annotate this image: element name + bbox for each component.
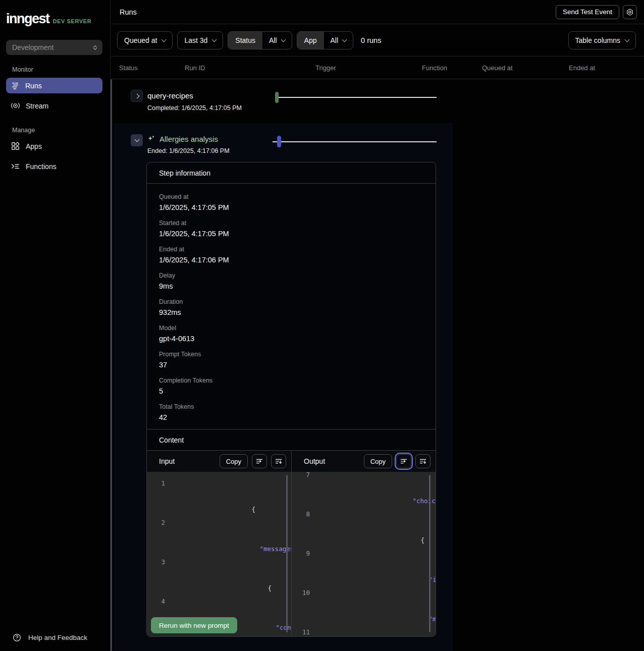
code-text: "index": 0, (316, 547, 436, 586)
input-code-editor[interactable]: 1 { 2 (147, 472, 291, 636)
detail-value: 5 (159, 387, 423, 395)
input-panel-header: Input Copy (147, 451, 291, 472)
scroll-to-bottom-button[interactable] (271, 454, 286, 468)
code-line: 10 "message": { (292, 586, 436, 626)
step-timeline (273, 136, 437, 147)
detail-label: Model (159, 324, 423, 332)
time-range-filter[interactable]: Last 3d (177, 31, 223, 49)
copy-output-button[interactable]: Copy (364, 454, 392, 468)
output-scrollbar[interactable] (429, 475, 431, 632)
detail-label: Ended at (159, 246, 423, 253)
help-and-feedback[interactable]: Help and Feedback (12, 633, 87, 642)
scroll-to-bottom-icon (275, 457, 283, 465)
step-details-list: Queued at 1/6/2025, 4:17:05 PM Started a… (147, 184, 436, 429)
step-detail: Delay 9ms (159, 272, 423, 298)
sidebar-item-stream[interactable]: Stream (6, 98, 102, 114)
environment-select-value: Development (12, 43, 54, 51)
detail-value: 9ms (159, 282, 423, 290)
copy-input-button[interactable]: Copy (220, 454, 248, 468)
sidebar-item-functions[interactable]: Functions (6, 158, 102, 174)
sidebar-section-monitor: Monitor (12, 66, 33, 73)
code-text: "message": { (316, 586, 436, 626)
output-title: Output (304, 457, 325, 465)
sidebar-item-apps[interactable]: Apps (6, 138, 102, 154)
detail-value: gpt-4-0613 (159, 335, 423, 343)
output-panel: Output Copy (291, 451, 436, 636)
queued-at-filter[interactable]: Queued at (117, 31, 173, 49)
detail-label: Queued at (159, 193, 423, 200)
wrap-text-button[interactable] (252, 454, 267, 468)
code-text: { (172, 477, 259, 516)
sidebar-item-runs[interactable]: Runs (6, 78, 102, 93)
step-information-header: Step information (147, 162, 436, 184)
run-name-link[interactable]: query-recipes (147, 91, 193, 100)
detail-value: 1/6/2025, 4:17:05 PM (159, 203, 423, 211)
detail-label: Prompt Tokens (159, 351, 423, 358)
scroll-to-bottom-button[interactable] (415, 454, 431, 468)
detail-label: Completion Tokens (159, 377, 423, 384)
run-row-query-recipes: query-recipes Completed: 1/6/2025, 4:17:… (111, 79, 644, 123)
timeline-step-pill (277, 136, 281, 147)
chevron-down-icon (212, 37, 217, 42)
column-header: Queued at (482, 64, 569, 72)
settings-button[interactable] (623, 5, 637, 19)
expanded-run-row-allergies-analysis: Allergies analysis Ended: 1/6/2025, 4:17… (114, 123, 453, 651)
line-number: 10 (298, 586, 310, 626)
chevron-down-icon (162, 37, 167, 42)
output-code-viewer[interactable]: 7 "choices": [ 8 (292, 472, 436, 636)
top-header: Runs Send Test Event (111, 0, 644, 24)
code-text: the following list (172, 634, 291, 636)
line-number: 8 (298, 508, 310, 547)
collapse-row-button[interactable] (131, 134, 143, 146)
select-updown-icon (94, 46, 96, 49)
line-number: 9 (298, 547, 310, 586)
apps-icon (11, 141, 20, 151)
chevron-down-icon (281, 37, 286, 42)
detail-value: 932ms (159, 308, 423, 316)
table-columns-label: Table columns (575, 36, 621, 44)
runs-icon (11, 81, 20, 90)
run-status-text: Completed: 1/6/2025, 4:17:05 PM (147, 104, 242, 112)
line-number: 11 (298, 626, 310, 636)
line-number: 7 (298, 472, 310, 508)
input-panel: Input Copy (147, 451, 291, 636)
time-range-filter-value: Last 3d (184, 36, 207, 44)
step-name-link[interactable]: Allergies analysis (147, 135, 218, 143)
wrap-text-button-active[interactable] (396, 454, 411, 468)
rerun-with-new-prompt-button[interactable]: Rerun with new prompt (151, 617, 237, 633)
detail-label: Duration (159, 298, 423, 305)
content-section-header: Content (147, 429, 436, 451)
environment-select[interactable]: Development (6, 40, 102, 55)
output-panel-header: Output Copy (292, 451, 436, 472)
step-name-label: Allergies analysis (159, 135, 218, 143)
column-header: Run ID (185, 64, 315, 72)
inngest-logo: inngest (6, 11, 49, 27)
app-filter-value: All (331, 36, 339, 44)
runs-count: 0 runs (361, 36, 381, 44)
gear-icon (626, 8, 634, 16)
run-timeline (275, 92, 437, 103)
app-filter-label: App (297, 32, 324, 49)
column-header: Function (422, 64, 482, 72)
code-line: 8 { (292, 508, 436, 547)
code-text: "role": "assistant", (316, 626, 436, 636)
detail-label: Delay (159, 272, 423, 279)
code-text: "messages": [ (172, 516, 291, 556)
code-line: the following list (147, 634, 291, 636)
table-scrollbar[interactable] (111, 79, 112, 651)
status-filter[interactable]: Status All (228, 31, 292, 49)
sparkles-icon (147, 135, 155, 143)
detail-value: 37 (159, 361, 423, 369)
send-test-event-button[interactable]: Send Test Event (556, 5, 619, 19)
table-columns-button[interactable]: Table columns (568, 31, 636, 49)
input-scrollbar[interactable] (286, 475, 288, 632)
line-number: 3 (153, 556, 165, 595)
step-status-text: Ended: 1/6/2025, 4:17:06 PM (147, 147, 230, 154)
sidebar-item-label: Stream (26, 102, 48, 110)
help-label: Help and Feedback (28, 634, 87, 641)
help-icon (12, 633, 22, 642)
app-filter[interactable]: App All (297, 31, 353, 49)
step-information-card: Step information Queued at 1/6/2025, 4:1… (146, 162, 436, 637)
expand-row-button[interactable] (131, 90, 143, 102)
step-detail: Prompt Tokens 37 (159, 351, 423, 377)
